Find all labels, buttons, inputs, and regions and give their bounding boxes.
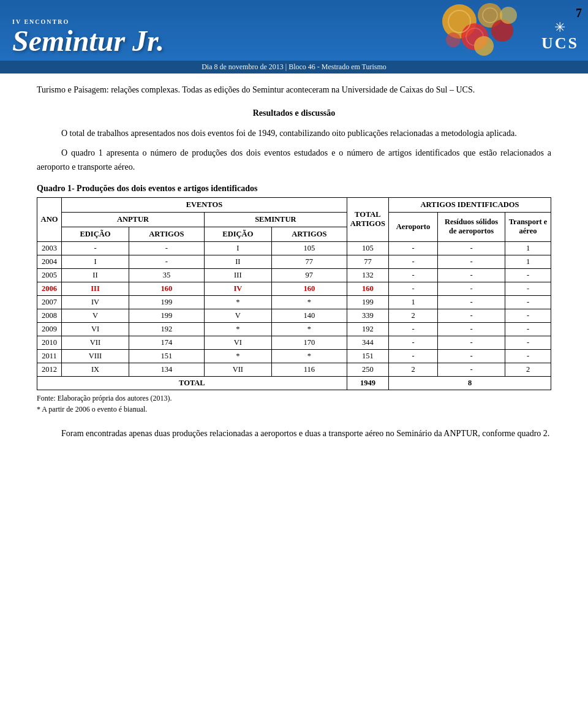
paragraph-2: O quadro 1 apresenta o número de produçõ… [37,146,551,174]
page-number: 7 [576,6,582,20]
col-aeroporto-header: Aeroporto [389,212,438,241]
table-caption: Quadro 1- Produções dos dois eventos e a… [37,184,551,194]
col-eventos-header: EVENTOS [62,197,347,212]
table-row: 2010 VII 174 VI 170 344 - - - [37,336,551,349]
col-ano-header: ANO [37,197,62,241]
ucs-star-icon: ✳ [554,21,565,34]
table-row-2006: 2006 III 160 IV 160 160 - - - [37,282,551,295]
col-residuos-header: Resíduos sólidos de aeroportos [438,212,505,241]
intro-text: Turismo e Paisagem: relações complexas. … [37,83,551,97]
table-row: 2009 VI 192 * * 192 - - - [37,322,551,336]
col-artigos-anptur: ARTIGOS [129,227,204,241]
table-row: 2003 - - I 105 105 - - 1 [37,241,551,255]
closing-paragraph: Foram encontradas apenas duas produções … [37,427,551,440]
col-transport-header: Transport e aéreo [505,212,551,241]
col-anptur-header: ANPTUR [62,212,205,227]
col-artigos-id-header: ARTIGOS IDENTIFICADOS [389,197,551,212]
iv-encontro-label: IV ENCONTRO [12,18,520,25]
table-row: 2004 I - II 77 77 - - 1 [37,255,551,268]
table-row: 2007 IV 199 * * 199 1 - - [37,295,551,309]
paragraph-1: O total de trabalhos apresentados nos do… [37,127,551,140]
table-row: 2008 V 199 V 140 339 2 - - [37,309,551,322]
results-section: Resultados e discussão O total de trabal… [37,107,551,174]
col-edicao-semintur: EDIÇÃO [204,227,271,241]
table-row: 2005 II 35 III 97 132 - - - [37,268,551,282]
semintur-logo-text: Semintur Jr. [12,26,520,56]
table-footnote-1: Fonte: Elaboração própria dos autores (2… [37,393,551,404]
table-total-row: TOTAL 1949 8 [37,376,551,390]
ucs-text: UCS [541,34,579,53]
section-title: Resultados e discussão [253,108,336,118]
data-table: ANO EVENTOS TOTAL ARTIGOS ARTIGOS IDENTI… [37,197,551,390]
table-row: 2012 IX 134 VII 116 250 2 - 2 [37,363,551,376]
banner-date-line: Dia 8 de novembro de 2013 | Bloco 46 - M… [0,61,588,74]
table-footnote-2: * A partir de 2006 o evento é bianual. [37,404,551,415]
col-semintur-header: SEMINTUR [204,212,347,227]
col-edicao-anptur: EDIÇÃO [62,227,129,241]
col-artigos-semintur: ARTIGOS [271,227,347,241]
col-total-header: TOTAL ARTIGOS [347,197,388,241]
table-row: 2011 VIII 151 * * 151 - - - [37,349,551,363]
header-banner: IV ENCONTRO Semintur Jr. [0,0,588,74]
